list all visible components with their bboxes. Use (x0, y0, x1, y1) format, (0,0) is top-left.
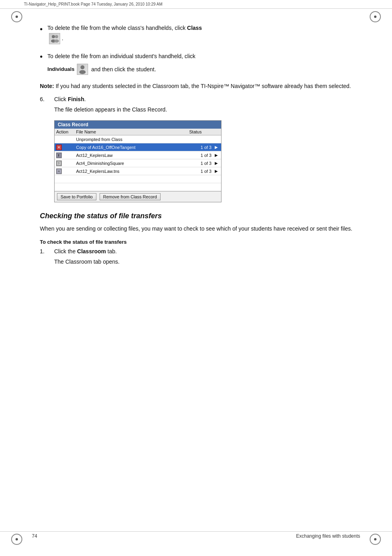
cr-status-2: 1 of 3 (189, 153, 213, 158)
footer-bar: 74 Exchanging files with students (0, 531, 392, 540)
step6-content: Click Finish. (54, 96, 86, 102)
bullet1-bold: Class (187, 25, 202, 31)
bullet2-prefix: To delete the file from an individual st… (47, 51, 196, 61)
cr-row-empty2 (55, 183, 221, 191)
individuals-label: Individuals (47, 65, 74, 73)
cr-row-3: ? Act4_DiminishingSquare 1 of 3 ▶ (55, 159, 221, 167)
remove-from-class-record-button[interactable]: Remove from Class Record (100, 193, 161, 200)
action-icon-q: ? (56, 161, 62, 166)
section-body: When you are sending or collecting files… (40, 224, 360, 233)
step6-suffix: . (84, 96, 86, 102)
cr-action-3: ? (56, 161, 76, 166)
cr-col-action-header: Action (56, 129, 76, 134)
cr-arrow-4: ▶ (213, 169, 220, 173)
bullet-item-2: • To delete the file from an individual … (40, 51, 360, 76)
cr-col-status-header: Status (189, 129, 213, 134)
bullet1-period: . (62, 35, 63, 41)
cr-arrow-2: ▶ (213, 153, 220, 157)
bullet1-prefix: To delete the file from the whole class'… (47, 25, 187, 31)
svg-point-3 (54, 39, 59, 43)
bullet2-line: To delete the file from an individual st… (47, 51, 360, 61)
cr-filename-4: Act12_KeplersLaw.tns (76, 169, 189, 174)
step1-suffix: tab. (106, 248, 117, 255)
cr-header-row: Action File Name Status (55, 129, 221, 135)
note-text: If you had any students selected in the … (54, 83, 351, 89)
svg-text:?: ? (58, 162, 60, 165)
sub-heading: To check the status of file transfers (40, 239, 360, 245)
cr-title-bar: Class Record (55, 121, 221, 129)
step6-sub: The file deletion appears in the Class R… (54, 106, 360, 114)
svg-point-5 (79, 70, 86, 74)
cr-status-1: 1 of 3 (189, 145, 213, 150)
bullet-dot-1: • (40, 23, 43, 35)
cr-filename-1: Copy of Act16_OffOneTangent (76, 145, 189, 150)
individual-icon (77, 64, 88, 75)
step1-num: 1. (40, 248, 54, 255)
action-icon-x: ✕ (56, 145, 62, 150)
bullet-item-1: • To delete the file from the whole clas… (40, 24, 360, 45)
header-text: TI-Navigator_Help_PRINT.book Page 74 Tue… (24, 2, 163, 6)
note-section: Note: If you had any students selected i… (40, 82, 360, 90)
step1-text: Click the (54, 248, 77, 255)
cr-status-4: 1 of 3 (189, 169, 213, 174)
cr-action-1: ✕ (56, 145, 76, 150)
cr-col-arrow-header (213, 129, 220, 134)
save-portfolio-button[interactable]: Save to Portfolio (57, 193, 96, 200)
action-icon-up: ⬆ (56, 153, 62, 158)
svg-point-2 (55, 35, 58, 38)
bullet2-second-line: Individuals and then click the student. (47, 63, 360, 76)
cr-row-4: R Act12_KeplersLaw.tns 1 of 3 ▶ (55, 167, 221, 175)
step1-bold: Classroom (77, 248, 106, 255)
step1-content: Click the Classroom tab. (54, 248, 117, 255)
cr-filename-0: Unprompted from Class (76, 137, 189, 142)
cr-filename-3: Act4_DiminishingSquare (76, 161, 189, 166)
cr-action-4: R (56, 168, 76, 174)
reg-mark-tr (370, 11, 381, 22)
header-bar: TI-Navigator_Help_PRINT.book Page 74 Tue… (0, 0, 392, 9)
bullet2-suffix: and then click the student. (91, 65, 156, 74)
footer-right: Exchanging files with students (296, 533, 360, 539)
note-label: Note: (40, 83, 54, 89)
step6-bold: Finish (68, 96, 84, 102)
cr-row-2: ⬆ Act12_KeplersLaw 1 of 3 ▶ (55, 151, 221, 159)
svg-text:⬆: ⬆ (57, 154, 60, 157)
svg-point-4 (80, 65, 84, 69)
cr-col-filename-header: File Name (76, 129, 189, 134)
section-heading: Checking the status of file transfers (40, 212, 360, 220)
bullet-content-2: To delete the file from an individual st… (47, 51, 360, 76)
bullet-dot-2: • (40, 51, 43, 63)
svg-text:R: R (58, 170, 60, 173)
action-icon-r: R (56, 168, 62, 174)
cr-arrow-1: ▶ (213, 145, 220, 149)
reg-mark-tl (11, 11, 22, 22)
bullet-content-1: To delete the file from the whole class'… (47, 24, 360, 45)
cr-row-1[interactable]: ✕ Copy of Act16_OffOneTangent 1 of 3 ▶ (55, 143, 221, 151)
step6-text: Click (54, 96, 68, 102)
svg-point-0 (52, 35, 55, 38)
class-icon (49, 33, 60, 44)
step6-num: 6. (40, 96, 54, 102)
cr-row-0: Unprompted from Class (55, 135, 221, 143)
cr-status-3: 1 of 3 (189, 161, 213, 166)
cr-filename-2: Act12_KeplersLaw (76, 153, 189, 158)
step1-sub: The Classroom tab opens. (54, 258, 360, 266)
step1-item: 1. Click the Classroom tab. (40, 248, 360, 255)
cr-row-empty1 (55, 175, 221, 183)
footer-left: 74 (32, 533, 37, 539)
cr-footer: Save to Portfolio Remove from Class Reco… (55, 191, 221, 202)
step6-item: 6. Click Finish. (40, 96, 360, 102)
cr-action-2: ⬆ (56, 153, 76, 158)
cr-arrow-3: ▶ (213, 161, 220, 165)
main-content: • To delete the file from the whole clas… (40, 16, 360, 280)
class-record-box: Class Record Action File Name Status Unp… (54, 120, 221, 202)
